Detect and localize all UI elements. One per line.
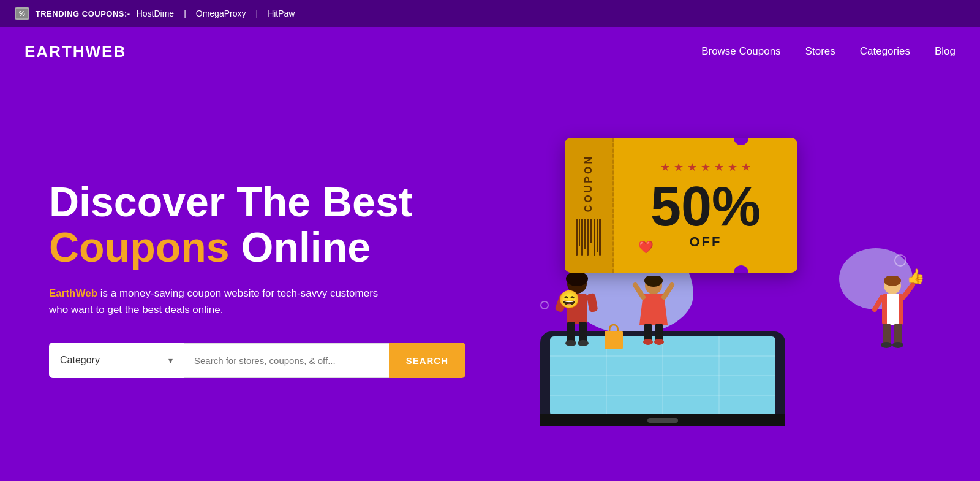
svg-point-26 <box>654 339 664 345</box>
svg-point-18 <box>578 340 589 346</box>
svg-rect-37 <box>605 331 623 349</box>
star-1: ★ <box>660 161 670 174</box>
trending-item-0[interactable]: HostDime <box>137 9 174 18</box>
search-button[interactable]: SEARCH <box>389 343 466 378</box>
star-4: ★ <box>701 161 710 174</box>
chevron-down-icon: ▾ <box>168 355 173 365</box>
star-7: ★ <box>741 161 751 174</box>
search-input[interactable] <box>184 344 389 377</box>
hero-illustration: COUPON ★ ★ ★ ★ <box>534 126 931 432</box>
nav-link-stores[interactable]: Stores <box>805 45 835 58</box>
category-select[interactable]: Category ▾ <box>49 343 184 378</box>
svg-line-21 <box>635 285 643 297</box>
category-select-label: Category <box>60 355 100 366</box>
character-3-svg <box>870 276 916 352</box>
trending-item-1[interactable]: OmegaProxy <box>196 9 246 18</box>
trending-bar: % TRENDING COUPONS:- HostDime | OmegaPro… <box>0 0 980 27</box>
nav-link-categories[interactable]: Categories <box>860 45 910 58</box>
trending-items: HostDime | OmegaProxy | HitPaw <box>137 9 295 18</box>
svg-rect-16 <box>587 293 598 312</box>
emoji-badge: 😄 <box>559 289 580 309</box>
search-bar: Category ▾ SEARCH <box>49 343 466 378</box>
svg-point-17 <box>565 340 576 346</box>
main-nav: EARTHWEB Browse Coupons Stores Categorie… <box>0 27 980 76</box>
svg-rect-34 <box>894 324 902 345</box>
character-2-svg <box>632 276 675 349</box>
coupon-label: COUPON <box>583 154 594 212</box>
nav-links: Browse Coupons Stores Categories Blog <box>701 45 956 58</box>
svg-rect-9 <box>647 418 678 423</box>
coupon-ticket: COUPON ★ ★ ★ ★ <box>565 138 797 273</box>
stars-row: ★ ★ ★ ★ ★ ★ ★ <box>660 161 751 174</box>
hero-title-line2: Online <box>230 224 371 270</box>
trending-label: TRENDING COUPONS:- <box>36 9 130 18</box>
svg-line-22 <box>664 285 672 297</box>
star-5: ★ <box>714 161 724 174</box>
hero-subtitle-text: is a money-saving coupon website for tec… <box>49 287 378 316</box>
svg-point-36 <box>892 342 903 348</box>
hero-title-line1: Discover The Best <box>49 178 412 225</box>
hero-content: Discover The Best Coupons Online EarthWe… <box>49 179 534 379</box>
trending-divider-1: | <box>255 9 258 18</box>
hero-title-orange: Coupons <box>49 224 230 270</box>
shopping-bag-svg <box>601 322 626 352</box>
hero-section: Discover The Best Coupons Online EarthWe… <box>0 76 980 481</box>
nav-link-blog[interactable]: Blog <box>935 45 956 58</box>
coupon-percent: 50% <box>650 179 761 234</box>
coupon-left-section: COUPON <box>565 138 614 273</box>
search-input-wrap <box>184 343 389 378</box>
svg-rect-30 <box>887 294 899 325</box>
barcode <box>576 219 601 256</box>
character-1-svg <box>552 273 601 352</box>
thumbs-up-badge: 👍 <box>907 268 925 285</box>
star-2: ★ <box>674 161 684 174</box>
nav-link-browse-coupons[interactable]: Browse Coupons <box>701 45 780 58</box>
trending-icon: % <box>15 7 29 20</box>
hero-title: Discover The Best Coupons Online <box>49 179 534 271</box>
svg-point-35 <box>881 342 892 348</box>
svg-rect-14 <box>579 322 587 343</box>
heart-badge: ❤️ <box>638 240 654 254</box>
circle-decoration-2 <box>540 301 549 309</box>
circle-decoration-1 <box>894 254 907 267</box>
trending-divider-0: | <box>184 9 186 18</box>
star-3: ★ <box>687 161 697 174</box>
svg-line-32 <box>875 297 882 309</box>
brand-name: EarthWeb <box>49 287 97 299</box>
svg-rect-33 <box>883 324 891 345</box>
logo[interactable]: EARTHWEB <box>24 42 126 61</box>
star-6: ★ <box>728 161 737 174</box>
trending-item-2[interactable]: HitPaw <box>268 9 295 18</box>
svg-rect-13 <box>567 322 575 343</box>
svg-line-31 <box>903 285 913 297</box>
hero-subtitle: EarthWeb is a money-saving coupon websit… <box>49 285 380 318</box>
svg-point-25 <box>643 339 653 345</box>
coupon-off: OFF <box>690 234 722 250</box>
